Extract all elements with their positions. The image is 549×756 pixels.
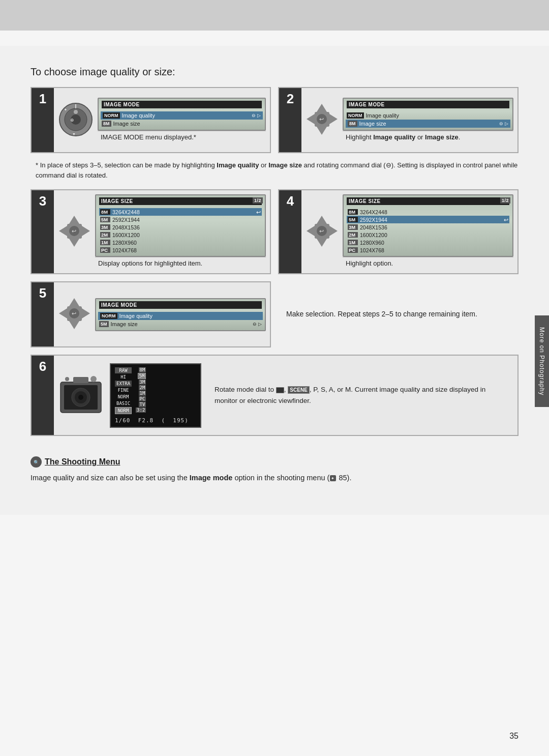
bottom-section: 🔍 The Shooting Menu Image quality and si… [30, 456, 518, 484]
step-1-inner: ✦ ▼ ⊕ IMAGE MODE NORM Image quality ⊖ ▷ [54, 88, 270, 152]
steps-grid-5: 5 ↩ IMAGE MODE [30, 281, 518, 347]
step-5-caption: Make selection. Repeat steps 2–5 to chan… [278, 281, 518, 347]
camera-dial-svg-1: ✦ ▼ ⊕ [58, 102, 94, 137]
step-1-camera: ✦ ▼ ⊕ [58, 102, 94, 139]
svg-marker-29 [69, 298, 79, 306]
step-4-caption: Highlight option. [343, 257, 513, 269]
step-3-number: 3 [32, 190, 54, 273]
svg-marker-25 [329, 226, 338, 236]
step-3-box: 3 ↩ IMAGE SIZE 1/2 [30, 189, 271, 274]
step-5-lcd-row2: 5M Image size ⊖ ▷ [99, 320, 262, 328]
step-4-dpad: ↩ [306, 215, 339, 249]
svg-text:↩: ↩ [72, 310, 76, 316]
step-6-box: 6 RAW HI [30, 355, 518, 436]
step-5-lcd-row1: NORM Image quality [98, 312, 263, 320]
camera-body-svg [58, 372, 104, 418]
svg-point-43 [65, 377, 69, 381]
step-4-box: 4 ↩ IMAGE SIZE 1/2 [278, 189, 518, 274]
svg-text:↩: ↩ [72, 228, 76, 234]
top-gray-bar [0, 0, 549, 31]
step-3-row-3: 3M2048X1536 [99, 223, 262, 231]
step-3-row-6: PC1024X768 [99, 246, 262, 254]
shooting-menu-title: The Shooting Menu [45, 457, 120, 467]
step-3-lcd: IMAGE SIZE 1/2 8M3264X2448↩ 5M2592X1944 … [95, 194, 266, 257]
svg-marker-30 [69, 321, 79, 329]
step-1-lcd: IMAGE MODE NORM Image quality ⊖ ▷ 8M Ima… [98, 98, 266, 131]
svg-marker-18 [82, 226, 90, 236]
step-3-row-5: 1M1280X960 [99, 239, 262, 246]
step-4-lcd-title: IMAGE SIZE 1/2 [347, 197, 509, 205]
step-4-row-4: 2M1600X1200 [347, 231, 509, 239]
svg-marker-15 [69, 216, 79, 224]
step-5-inner: ↩ IMAGE MODE NORM Image quality 5M Image… [54, 282, 270, 346]
svg-marker-11 [329, 114, 338, 124]
step-1-content: IMAGE MODE NORM Image quality ⊖ ▷ 8M Ima… [98, 98, 266, 143]
step-5-number: 5 [32, 282, 54, 346]
step-2-number: 2 [279, 88, 301, 152]
shooting-menu-body: Image quality and size can also be set u… [30, 472, 518, 484]
step-1-lcd-row1: NORM Image quality ⊖ ▷ [101, 111, 263, 120]
svg-point-40 [78, 395, 83, 400]
step-1-number: 1 [32, 88, 54, 152]
step-3-caption: Display options for highlighted item. [95, 257, 266, 269]
step-1-lcd-row2: 8M Image size [102, 120, 262, 128]
step-5-lcd: IMAGE MODE NORM Image quality 5M Image s… [95, 298, 266, 331]
step-3-dpad: ↩ [58, 215, 91, 249]
svg-marker-32 [82, 308, 90, 318]
step-3-row-2: 5M2592X1944 [99, 216, 262, 223]
svg-text:✦: ✦ [331, 476, 334, 481]
intro-text: To choose image quality or size: [30, 66, 518, 78]
dpad-svg-2: ↩ [306, 103, 339, 136]
svg-text:↩: ↩ [319, 228, 324, 234]
step-6-bottom-display: 1/60 F2.8 ( 195) [115, 417, 196, 424]
svg-marker-9 [317, 127, 327, 135]
step-4-row-6: PC1024X768 [347, 246, 509, 254]
footnote: * In place of steps 3–5, selection can b… [30, 160, 518, 180]
svg-point-42 [90, 376, 97, 382]
step-1-caption: IMAGE MODE menu displayed.* [98, 131, 266, 143]
scene-badge: SCENE [288, 386, 309, 394]
step-2-lcd: IMAGE MODE NORM Image quality 8M Image s… [343, 98, 513, 131]
step-3-content: IMAGE SIZE 1/2 8M3264X2448↩ 5M2592X1944 … [95, 194, 266, 269]
step-4-row-3: 3M2048X1536 [347, 223, 509, 231]
step-5-content: IMAGE MODE NORM Image quality 5M Image s… [95, 298, 266, 331]
menu-icon-svg: 🔍 [32, 458, 40, 466]
side-tab: More on Photography [535, 315, 549, 407]
step-4-number: 4 [279, 190, 301, 273]
step-3-row-4: 2M1600X1200 [99, 231, 262, 239]
svg-marker-17 [59, 226, 67, 236]
step-2-dpad: ↩ [306, 103, 339, 137]
step-5-lcd-title: IMAGE MODE [99, 301, 262, 309]
step-2-box: 2 ↩ IMAGE MODE [278, 87, 518, 153]
svg-text:✦: ✦ [64, 108, 67, 111]
svg-text:⊕: ⊕ [70, 118, 74, 123]
step-2-lcd-row2: 8M Image size ⊖ ▷ [346, 120, 510, 128]
svg-marker-8 [317, 104, 327, 112]
svg-text:▼: ▼ [72, 132, 76, 136]
step-6-caption: Rotate mode dial to , SCENE, P, S, A, or… [207, 378, 513, 412]
svg-marker-16 [69, 239, 79, 247]
step-2-lcd-row1: NORM Image quality [347, 111, 509, 120]
dpad-svg-3: ↩ [58, 215, 91, 248]
svg-marker-23 [317, 239, 327, 247]
step-2-content: IMAGE MODE NORM Image quality 8M Image s… [343, 98, 513, 143]
svg-text:↩: ↩ [319, 116, 324, 122]
steps-grid-middle: 3 ↩ IMAGE SIZE 1/2 [30, 189, 518, 274]
step-4-content: IMAGE SIZE 1/2 8M3264X2448 5M2592X1944↩ … [343, 194, 513, 269]
step-4-row-2: 5M2592X1944↩ [347, 216, 509, 223]
step-5-dpad: ↩ [58, 297, 91, 332]
step-2-inner: ↩ IMAGE MODE NORM Image quality 8M Image… [301, 88, 517, 152]
steps-grid-top: 1 ✦ ▼ ⊕ IMA [30, 87, 518, 153]
page-content: To choose image quality or size: 1 ✦ ▼ [0, 46, 549, 515]
step-4-row-1: 8M3264X2448 [347, 208, 509, 216]
camera-icon-inline [276, 387, 284, 393]
step-3-row-1: 8M3264X2448↩ [99, 208, 262, 216]
step-6-inner: RAW HI EXTRA FINE NORM BASIC NORM 8M 5M … [54, 356, 517, 435]
step-1-box: 1 ✦ ▼ ⊕ IMA [30, 87, 271, 153]
step-4-row-5: 1M1280X960 [347, 239, 509, 246]
step-6-camera [58, 372, 104, 419]
svg-marker-24 [307, 226, 315, 236]
svg-marker-10 [307, 114, 315, 124]
dpad-svg-5: ↩ [58, 297, 91, 330]
step-4-lcd: IMAGE SIZE 1/2 8M3264X2448 5M2592X1944↩ … [343, 194, 513, 257]
